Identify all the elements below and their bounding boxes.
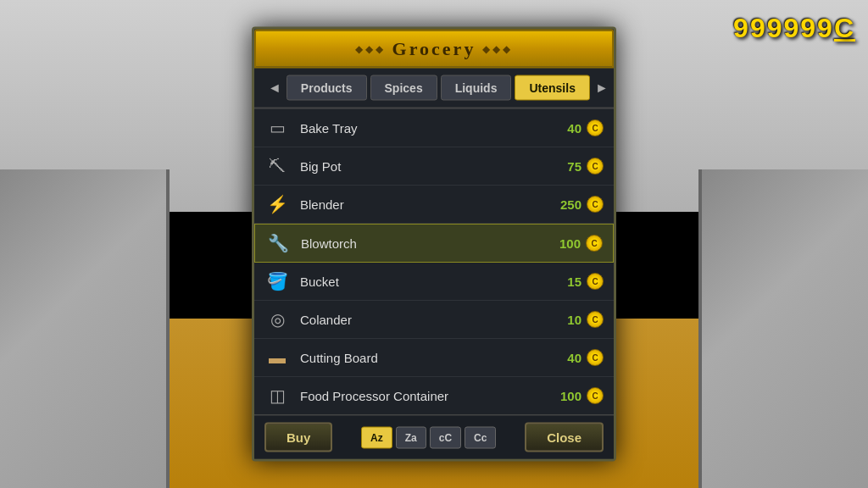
tab-spices[interactable]: Spices (370, 75, 437, 101)
tabs-container: Products Spices Liquids Utensils (287, 75, 590, 101)
sort-buttons: Az Za cC Cc (361, 426, 496, 448)
items-list[interactable]: ▭Bake Tray40C⛏Big Pot75C⚡Blender250C🔧Blo… (254, 109, 614, 414)
title-deco-left: ◆◆◆ (355, 43, 386, 55)
list-item[interactable]: ⚡Blender250C (254, 186, 614, 224)
title-deco-right: ◆◆◆ (482, 43, 513, 55)
item-icon-big-pot: ⛏ (264, 153, 290, 179)
item-icon-blowtorch: 🔧 (265, 230, 291, 256)
tabs-row: ◄ Products Spices Liquids Utensils ► (254, 69, 614, 109)
kitchen-counter-left (0, 169, 170, 488)
coin-icon-food-processor: C (587, 387, 604, 404)
currency-amount: 999999 (733, 13, 834, 43)
coin-icon-big-pot: C (587, 158, 604, 175)
coin-icon-colander: C (587, 311, 604, 328)
coin-icon-bake-tray: C (587, 119, 604, 136)
currency-symbol: C (834, 13, 855, 43)
item-price-big-pot: 75 (567, 158, 581, 173)
list-item[interactable]: 🔧Blowtorch100C (254, 224, 614, 263)
item-name-bucket: Bucket (300, 274, 567, 288)
modal-title-banner: ◆◆◆ Grocery ◆◆◆ (254, 30, 614, 69)
item-name-cutting-board: Cutting Board (300, 350, 567, 364)
title-deco: ◆◆◆ Grocery ◆◆◆ (273, 38, 595, 60)
item-icon-bake-tray: ▭ (264, 115, 290, 141)
modal-title: Grocery (392, 38, 476, 60)
grocery-modal: ◆◆◆ Grocery ◆◆◆ ◄ Products Spices Liquid… (252, 27, 616, 462)
item-price-food-processor: 100 (560, 388, 581, 402)
tab-products[interactable]: Products (287, 75, 367, 101)
sort-cc-asc[interactable]: cC (430, 426, 461, 448)
item-icon-blender: ⚡ (264, 191, 290, 217)
item-icon-colander: ◎ (264, 307, 290, 332)
buy-button[interactable]: Buy (264, 423, 332, 452)
tab-arrow-right[interactable]: ► (590, 79, 614, 97)
tab-arrow-left[interactable]: ◄ (263, 79, 287, 97)
item-price-blowtorch: 100 (559, 236, 581, 250)
list-item[interactable]: ⛏Big Pot75C (254, 147, 614, 186)
list-item[interactable]: ▭Bake Tray40C (254, 109, 614, 147)
item-price-bake-tray: 40 (567, 120, 581, 135)
coin-icon-bucket: C (587, 273, 604, 290)
item-name-bake-tray: Bake Tray (300, 120, 567, 135)
item-price-colander: 10 (567, 312, 581, 326)
sort-za[interactable]: Za (396, 426, 426, 448)
kitchen-counter-right (698, 169, 868, 488)
sort-cc-desc[interactable]: Cc (465, 426, 496, 448)
coin-icon-blender: C (587, 196, 604, 213)
item-price-cutting-board: 40 (567, 350, 581, 364)
coin-icon-cutting-board: C (587, 349, 604, 366)
item-icon-cutting-board: ▬ (264, 345, 290, 370)
item-name-blowtorch: Blowtorch (301, 236, 559, 250)
close-button[interactable]: Close (525, 423, 604, 452)
list-item[interactable]: ▬Cutting Board40C (254, 339, 614, 377)
item-price-blender: 250 (560, 197, 581, 211)
item-name-colander: Colander (300, 312, 567, 326)
list-item[interactable]: ◫Food Processor Container100C (254, 377, 614, 414)
currency-display: 999999C (733, 13, 855, 44)
coin-icon-blowtorch: C (586, 235, 603, 252)
bottom-bar: Buy Az Za cC Cc Close (254, 414, 614, 459)
item-name-food-processor: Food Processor Container (300, 388, 560, 402)
item-name-big-pot: Big Pot (300, 158, 567, 173)
sort-az[interactable]: Az (361, 426, 392, 448)
tab-liquids[interactable]: Liquids (441, 75, 512, 101)
item-name-blender: Blender (300, 197, 560, 211)
tab-utensils[interactable]: Utensils (515, 75, 589, 101)
list-item[interactable]: 🪣Bucket15C (254, 263, 614, 301)
item-icon-food-processor: ◫ (264, 383, 290, 408)
item-price-bucket: 15 (567, 274, 581, 288)
item-icon-bucket: 🪣 (264, 269, 290, 294)
list-item[interactable]: ◎Colander10C (254, 301, 614, 339)
